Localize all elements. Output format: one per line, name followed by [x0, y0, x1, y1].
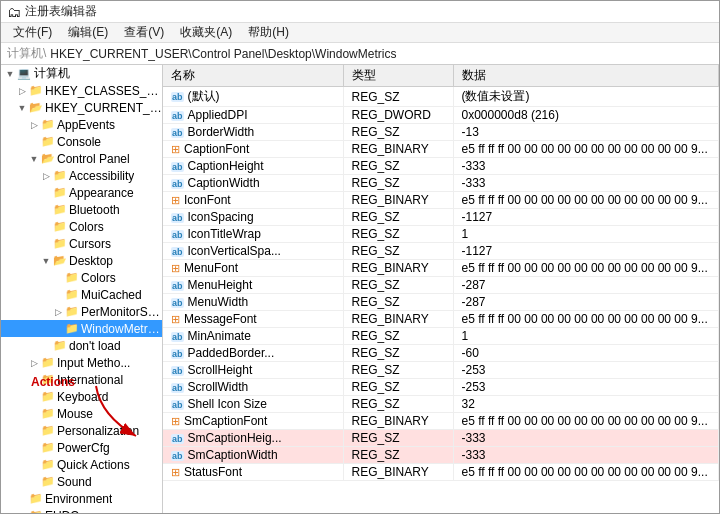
sidebar-item-powercfg[interactable]: 📁 PowerCfg — [1, 439, 162, 456]
table-row[interactable]: abPaddedBorder...REG_SZ-60 — [163, 345, 719, 362]
sidebar[interactable]: ▼ 💻 计算机 ▷ 📁 HKEY_CLASSES_ROOT ▼ 📂 HKEY_C… — [1, 65, 163, 513]
sidebar-item-muicached[interactable]: 📁 MuiCached — [1, 286, 162, 303]
sidebar-item-hkcu[interactable]: ▼ 📂 HKEY_CURRENT_USER — [1, 99, 162, 116]
sidebar-item-desktop[interactable]: ▼ 📂 Desktop — [1, 252, 162, 269]
expand-icon — [27, 460, 41, 470]
sidebar-item-hkcr[interactable]: ▷ 📁 HKEY_CLASSES_ROOT — [1, 82, 162, 99]
table-row[interactable]: ⊞StatusFontREG_BINARYe5 ff ff ff 00 00 0… — [163, 464, 719, 481]
sidebar-item-international[interactable]: 📁 International — [1, 371, 162, 388]
col-data[interactable]: 数据 — [453, 65, 719, 87]
folder-icon: 📁 — [41, 135, 55, 148]
menu-item[interactable]: 帮助(H) — [240, 22, 297, 43]
table-row[interactable]: ⊞IconFontREG_BINARYe5 ff ff ff 00 00 00 … — [163, 192, 719, 209]
table-row[interactable]: abSmCaptionHeig...REG_SZ-333 — [163, 430, 719, 447]
sidebar-item-desktopcolors[interactable]: 📁 Colors — [1, 269, 162, 286]
table-row[interactable]: abAppliedDPIREG_DWORD0x000000d8 (216) — [163, 107, 719, 124]
sidebar-item-personalization[interactable]: 📁 Personalization — [1, 422, 162, 439]
sidebar-item-permonitorsettings[interactable]: ▷ 📁 PerMonitorSettings — [1, 303, 162, 320]
sidebar-item-eudc[interactable]: 📁 EUDC — [1, 507, 162, 513]
cell-type: REG_SZ — [343, 430, 453, 447]
table-row[interactable]: ab(默认)REG_SZ(数值未设置) — [163, 87, 719, 107]
table-row[interactable]: abSmCaptionWidthREG_SZ-333 — [163, 447, 719, 464]
sidebar-item-windowmetrics[interactable]: 📁 WindowMetrics — [1, 320, 162, 337]
table-row[interactable]: abShell Icon SizeREG_SZ32 — [163, 396, 719, 413]
sidebar-item-computer[interactable]: ▼ 💻 计算机 — [1, 65, 162, 82]
sidebar-item-dontload[interactable]: 📁 don't load — [1, 337, 162, 354]
sidebar-item-appevents[interactable]: ▷ 📁 AppEvents — [1, 116, 162, 133]
table-row[interactable]: ⊞MenuFontREG_BINARYe5 ff ff ff 00 00 00 … — [163, 260, 719, 277]
expand-icon — [39, 341, 53, 351]
table-row[interactable]: abMinAnimateREG_SZ1 — [163, 328, 719, 345]
sidebar-item-accessibility[interactable]: ▷ 📁 Accessibility — [1, 167, 162, 184]
table-row[interactable]: abIconSpacingREG_SZ-1127 — [163, 209, 719, 226]
sidebar-item-console[interactable]: 📁 Console — [1, 133, 162, 150]
col-name[interactable]: 名称 — [163, 65, 343, 87]
sidebar-item-quickactions[interactable]: 📁 Quick Actions — [1, 456, 162, 473]
sidebar-item-environment[interactable]: 📁 Environment — [1, 490, 162, 507]
expand-icon — [27, 137, 41, 147]
table-row[interactable]: abIconTitleWrapREG_SZ1 — [163, 226, 719, 243]
sidebar-item-bluetooth[interactable]: 📁 Bluetooth — [1, 201, 162, 218]
sidebar-label: PowerCfg — [57, 441, 110, 455]
cell-type: REG_BINARY — [343, 192, 453, 209]
cell-name: ab(默认) — [163, 87, 343, 107]
main-area: ▼ 💻 计算机 ▷ 📁 HKEY_CLASSES_ROOT ▼ 📂 HKEY_C… — [1, 65, 719, 513]
menu-item[interactable]: 查看(V) — [116, 22, 172, 43]
sidebar-item-appearance[interactable]: 📁 Appearance — [1, 184, 162, 201]
sidebar-item-mouse[interactable]: 📁 Mouse — [1, 405, 162, 422]
sidebar-item-sound[interactable]: 📁 Sound — [1, 473, 162, 490]
content-scroll[interactable]: 名称 类型 数据 ab(默认)REG_SZ(数值未设置)abAppliedDPI… — [163, 65, 719, 513]
cell-name: abScrollWidth — [163, 379, 343, 396]
cell-type: REG_SZ — [343, 447, 453, 464]
table-row[interactable]: abMenuWidthREG_SZ-287 — [163, 294, 719, 311]
cell-data: -333 — [453, 158, 719, 175]
folder-icon: 📁 — [53, 186, 67, 199]
expand-icon — [39, 188, 53, 198]
folder-icon: 📂 — [29, 101, 43, 114]
folder-icon: 📁 — [53, 220, 67, 233]
sidebar-label: Input Metho... — [57, 356, 130, 370]
string-icon: ab — [171, 162, 184, 172]
table-row[interactable]: abScrollHeightREG_SZ-253 — [163, 362, 719, 379]
cell-type: REG_SZ — [343, 124, 453, 141]
table-row[interactable]: abScrollWidthREG_SZ-253 — [163, 379, 719, 396]
sidebar-item-colors[interactable]: 📁 Colors — [1, 218, 162, 235]
sidebar-item-controlpanel[interactable]: ▼ 📂 Control Panel — [1, 150, 162, 167]
menu-item[interactable]: 收藏夹(A) — [172, 22, 240, 43]
sidebar-label: Bluetooth — [69, 203, 120, 217]
cell-type: REG_SZ — [343, 226, 453, 243]
string-icon: ab — [171, 366, 184, 376]
col-type[interactable]: 类型 — [343, 65, 453, 87]
cell-type: REG_SZ — [343, 396, 453, 413]
registry-editor-window: 🗂 注册表编辑器 文件(F)编辑(E)查看(V)收藏夹(A)帮助(H) 计算机\… — [0, 0, 720, 514]
table-row[interactable]: ⊞MessageFontREG_BINARYe5 ff ff ff 00 00 … — [163, 311, 719, 328]
cell-data: e5 ff ff ff 00 00 00 00 00 00 00 00 00 0… — [453, 311, 719, 328]
sidebar-label: MuiCached — [81, 288, 142, 302]
sidebar-item-inputmethod[interactable]: ▷ 📁 Input Metho... — [1, 354, 162, 371]
expand-icon — [27, 392, 41, 402]
table-row[interactable]: abIconVerticalSpa...REG_SZ-1127 — [163, 243, 719, 260]
table-row[interactable]: abCaptionWidthREG_SZ-333 — [163, 175, 719, 192]
expand-icon: ▼ — [15, 103, 29, 113]
table-row[interactable]: abCaptionHeightREG_SZ-333 — [163, 158, 719, 175]
sidebar-item-keyboard[interactable]: 📁 Keyboard — [1, 388, 162, 405]
cell-data: -1127 — [453, 243, 719, 260]
cell-data: -1127 — [453, 209, 719, 226]
cell-name: abBorderWidth — [163, 124, 343, 141]
menu-item[interactable]: 文件(F) — [5, 22, 60, 43]
folder-icon: 📁 — [41, 356, 55, 369]
cell-type: REG_SZ — [343, 175, 453, 192]
cell-name: abIconTitleWrap — [163, 226, 343, 243]
sidebar-label: Appearance — [69, 186, 134, 200]
menu-item[interactable]: 编辑(E) — [60, 22, 116, 43]
binary-icon: ⊞ — [171, 143, 180, 155]
sidebar-item-cursors[interactable]: 📁 Cursors — [1, 235, 162, 252]
table-row[interactable]: ⊞CaptionFontREG_BINARYe5 ff ff ff 00 00 … — [163, 141, 719, 158]
string-icon: ab — [171, 179, 184, 189]
window-icon: 🗂 — [7, 4, 21, 20]
table-row[interactable]: abMenuHeightREG_SZ-287 — [163, 277, 719, 294]
table-row[interactable]: abBorderWidthREG_SZ-13 — [163, 124, 719, 141]
table-row[interactable]: ⊞SmCaptionFontREG_BINARYe5 ff ff ff 00 0… — [163, 413, 719, 430]
binary-icon: ⊞ — [171, 415, 180, 427]
cell-name: ⊞CaptionFont — [163, 141, 343, 158]
